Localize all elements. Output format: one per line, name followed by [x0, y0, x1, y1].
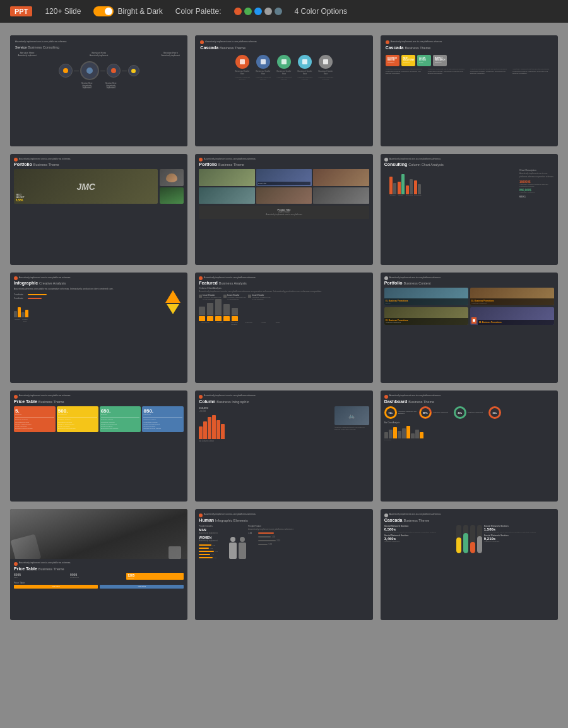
- slide-featured[interactable]: Assertively implement one-to-one platfor…: [195, 273, 372, 384]
- color-dot-green[interactable]: [244, 8, 252, 15]
- ppt-badge: PPT: [10, 6, 32, 16]
- color-dot-dark[interactable]: [275, 8, 282, 15]
- color-dot-blue[interactable]: [254, 8, 262, 15]
- slide-photo-price[interactable]: Assertively implement one-to-one platfor…: [10, 509, 187, 620]
- slide-portfolio-dark[interactable]: Assertively implement one-to-one platfor…: [10, 154, 187, 265]
- slide-cascada-boxes[interactable]: Assertively implement one-to-one platfor…: [381, 35, 558, 146]
- slides-grid: Assertively implement one-to-one platfor…: [0, 23, 568, 633]
- color-dot-gray[interactable]: [264, 8, 272, 15]
- top-bar: PPT 120+ Slide Birght & Dark Color Palet…: [0, 0, 568, 23]
- slide-column-infographic[interactable]: Assertively implement one-to-one platfor…: [195, 390, 372, 502]
- theme-toggle[interactable]: Birght & Dark: [93, 6, 162, 16]
- slide-price-table[interactable]: Assertively implement one-to-one platfor…: [10, 390, 187, 502]
- color-dot-orange[interactable]: [234, 8, 242, 15]
- slide-human[interactable]: Assertively implement one-to-one platfor…: [195, 509, 372, 620]
- slide-infographic[interactable]: Assertively implement one-to-one platfor…: [10, 273, 187, 384]
- slide-portfolio-content[interactable]: Assertively implement one-to-one platfor…: [381, 273, 558, 384]
- slide-consulting-chart[interactable]: Assertively implement one-to-one platfor…: [381, 154, 558, 265]
- slide-dashboard[interactable]: Assertively implement one-to-one platfor…: [381, 390, 558, 502]
- slide-cascada-circles[interactable]: Assertively implement one-to-one platfor…: [195, 35, 372, 146]
- slide-count: 120+ Slide: [45, 7, 81, 16]
- slide-cascada-thermo[interactable]: Assertively implement one-to-one platfor…: [381, 509, 558, 620]
- slide-portfolio-grid[interactable]: Assertively implement one-to-one platfor…: [195, 154, 372, 265]
- color-palette: [234, 8, 282, 15]
- toggle-icon[interactable]: [93, 6, 114, 16]
- palette-label: Color Palette:: [175, 7, 222, 16]
- color-options: 4 Color Options: [295, 7, 347, 16]
- slide-service[interactable]: Assertively implement one-to-one platfor…: [10, 35, 187, 146]
- theme-label: Birght & Dark: [117, 7, 162, 16]
